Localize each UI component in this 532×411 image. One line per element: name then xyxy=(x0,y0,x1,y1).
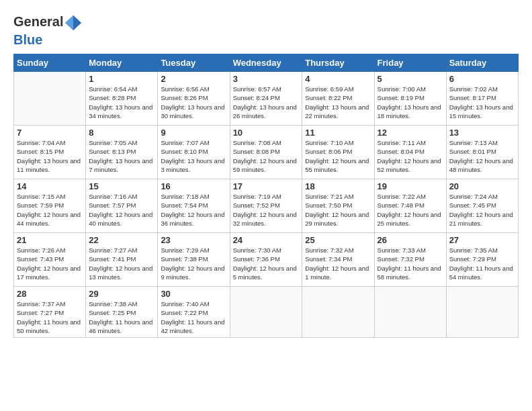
calendar-cell: 5Sunrise: 7:00 AMSunset: 8:19 PMDaylight… xyxy=(374,72,446,126)
day-info: Sunrise: 7:05 AMSunset: 8:13 PMDaylight:… xyxy=(89,138,154,174)
calendar-cell: 23Sunrise: 7:29 AMSunset: 7:38 PMDayligh… xyxy=(158,233,230,287)
week-row: 28Sunrise: 7:37 AMSunset: 7:27 PMDayligh… xyxy=(14,287,519,338)
calendar-cell: 26Sunrise: 7:33 AMSunset: 7:32 PMDayligh… xyxy=(374,233,446,287)
logo-blue: Blue xyxy=(13,32,83,47)
calendar-cell: 29Sunrise: 7:38 AMSunset: 7:25 PMDayligh… xyxy=(86,287,158,338)
day-info: Sunrise: 7:32 AMSunset: 7:34 PMDaylight:… xyxy=(305,246,371,281)
day-info: Sunrise: 7:30 AMSunset: 7:36 PMDaylight:… xyxy=(233,246,300,281)
logo-general: General xyxy=(13,14,63,29)
day-number: 5 xyxy=(378,74,443,84)
day-number: 11 xyxy=(305,128,371,138)
day-info: Sunrise: 6:54 AMSunset: 8:28 PMDaylight:… xyxy=(89,85,154,120)
day-number: 12 xyxy=(378,128,443,138)
calendar-cell: 24Sunrise: 7:30 AMSunset: 7:36 PMDayligh… xyxy=(230,233,302,287)
day-info: Sunrise: 7:18 AMSunset: 7:54 PMDaylight:… xyxy=(161,192,226,228)
day-info: Sunrise: 7:38 AMSunset: 7:25 PMDaylight:… xyxy=(89,300,154,335)
day-number: 19 xyxy=(378,181,443,191)
calendar-cell: 15Sunrise: 7:16 AMSunset: 7:57 PMDayligh… xyxy=(86,179,158,233)
week-row: 14Sunrise: 7:15 AMSunset: 7:59 PMDayligh… xyxy=(14,179,519,233)
calendar-cell xyxy=(302,287,374,338)
day-number: 18 xyxy=(305,181,371,191)
calendar-cell xyxy=(14,72,86,126)
day-info: Sunrise: 6:56 AMSunset: 8:26 PMDaylight:… xyxy=(161,85,226,120)
calendar-cell: 9Sunrise: 7:07 AMSunset: 8:10 PMDaylight… xyxy=(158,126,230,179)
calendar-cell: 8Sunrise: 7:05 AMSunset: 8:13 PMDaylight… xyxy=(86,126,158,179)
day-info: Sunrise: 7:08 AMSunset: 8:08 PMDaylight:… xyxy=(233,138,300,174)
day-number: 9 xyxy=(161,128,226,138)
day-info: Sunrise: 7:10 AMSunset: 8:06 PMDaylight:… xyxy=(305,138,371,174)
day-number: 30 xyxy=(161,289,226,299)
day-number: 25 xyxy=(305,235,371,245)
logo: General Blue xyxy=(13,13,83,47)
day-number: 1 xyxy=(89,74,154,84)
day-info: Sunrise: 7:40 AMSunset: 7:22 PMDaylight:… xyxy=(161,300,226,335)
day-number: 13 xyxy=(449,128,515,138)
day-number: 20 xyxy=(449,181,515,191)
day-info: Sunrise: 6:59 AMSunset: 8:22 PMDaylight:… xyxy=(305,85,371,120)
day-number: 10 xyxy=(233,128,300,138)
svg-marker-0 xyxy=(73,15,81,30)
day-info: Sunrise: 6:57 AMSunset: 8:24 PMDaylight:… xyxy=(233,85,300,120)
week-row: 7Sunrise: 7:04 AMSunset: 8:15 PMDaylight… xyxy=(14,126,519,179)
calendar-cell: 10Sunrise: 7:08 AMSunset: 8:08 PMDayligh… xyxy=(230,126,302,179)
weekday-header: Saturday xyxy=(446,54,518,72)
day-number: 21 xyxy=(17,235,83,245)
day-info: Sunrise: 7:24 AMSunset: 7:45 PMDaylight:… xyxy=(449,192,515,228)
day-info: Sunrise: 7:21 AMSunset: 7:50 PMDaylight:… xyxy=(305,192,371,228)
day-info: Sunrise: 7:02 AMSunset: 8:17 PMDaylight:… xyxy=(449,85,515,120)
calendar-cell: 21Sunrise: 7:26 AMSunset: 7:43 PMDayligh… xyxy=(14,233,86,287)
calendar-cell: 4Sunrise: 6:59 AMSunset: 8:22 PMDaylight… xyxy=(302,72,374,126)
calendar-cell: 25Sunrise: 7:32 AMSunset: 7:34 PMDayligh… xyxy=(302,233,374,287)
calendar-cell: 1Sunrise: 6:54 AMSunset: 8:28 PMDaylight… xyxy=(86,72,158,126)
day-info: Sunrise: 7:27 AMSunset: 7:41 PMDaylight:… xyxy=(89,246,154,281)
week-row: 21Sunrise: 7:26 AMSunset: 7:43 PMDayligh… xyxy=(14,233,519,287)
day-info: Sunrise: 7:15 AMSunset: 7:59 PMDaylight:… xyxy=(17,192,83,228)
calendar-cell: 20Sunrise: 7:24 AMSunset: 7:45 PMDayligh… xyxy=(446,179,518,233)
weekday-header: Tuesday xyxy=(158,54,230,72)
day-number: 27 xyxy=(449,235,515,245)
day-number: 17 xyxy=(233,181,300,191)
calendar-cell: 13Sunrise: 7:13 AMSunset: 8:01 PMDayligh… xyxy=(446,126,518,179)
day-info: Sunrise: 7:07 AMSunset: 8:10 PMDaylight:… xyxy=(161,138,226,174)
calendar-page: General Blue SundayMondayTuesdayWednesda… xyxy=(0,0,532,411)
day-info: Sunrise: 7:04 AMSunset: 8:15 PMDaylight:… xyxy=(17,138,83,174)
calendar-cell: 2Sunrise: 6:56 AMSunset: 8:26 PMDaylight… xyxy=(158,72,230,126)
weekday-header-row: SundayMondayTuesdayWednesdayThursdayFrid… xyxy=(14,54,519,72)
day-number: 14 xyxy=(17,181,83,191)
day-number: 2 xyxy=(161,74,226,84)
weekday-header: Monday xyxy=(86,54,158,72)
day-number: 3 xyxy=(233,74,300,84)
weekday-header: Friday xyxy=(374,54,446,72)
day-number: 26 xyxy=(378,235,443,245)
day-info: Sunrise: 7:19 AMSunset: 7:52 PMDaylight:… xyxy=(233,192,300,228)
calendar-cell: 30Sunrise: 7:40 AMSunset: 7:22 PMDayligh… xyxy=(158,287,230,338)
calendar-cell xyxy=(230,287,302,338)
day-number: 15 xyxy=(89,181,154,191)
calendar-cell xyxy=(446,287,518,338)
day-info: Sunrise: 7:00 AMSunset: 8:19 PMDaylight:… xyxy=(378,85,443,120)
day-number: 23 xyxy=(161,235,226,245)
calendar-cell: 6Sunrise: 7:02 AMSunset: 8:17 PMDaylight… xyxy=(446,72,518,126)
weekday-header: Thursday xyxy=(302,54,374,72)
calendar-cell: 14Sunrise: 7:15 AMSunset: 7:59 PMDayligh… xyxy=(14,179,86,233)
day-number: 7 xyxy=(17,128,83,138)
calendar-cell: 19Sunrise: 7:22 AMSunset: 7:48 PMDayligh… xyxy=(374,179,446,233)
day-info: Sunrise: 7:22 AMSunset: 7:48 PMDaylight:… xyxy=(378,192,443,228)
day-info: Sunrise: 7:29 AMSunset: 7:38 PMDaylight:… xyxy=(161,246,226,281)
calendar-cell: 11Sunrise: 7:10 AMSunset: 8:06 PMDayligh… xyxy=(302,126,374,179)
day-number: 16 xyxy=(161,181,226,191)
calendar-cell: 22Sunrise: 7:27 AMSunset: 7:41 PMDayligh… xyxy=(86,233,158,287)
calendar-cell: 16Sunrise: 7:18 AMSunset: 7:54 PMDayligh… xyxy=(158,179,230,233)
day-info: Sunrise: 7:37 AMSunset: 7:27 PMDaylight:… xyxy=(17,300,83,335)
day-info: Sunrise: 7:13 AMSunset: 8:01 PMDaylight:… xyxy=(449,138,515,174)
day-number: 4 xyxy=(305,74,371,84)
day-number: 24 xyxy=(233,235,300,245)
day-number: 29 xyxy=(89,289,154,299)
day-number: 28 xyxy=(17,289,83,299)
calendar-cell: 27Sunrise: 7:35 AMSunset: 7:29 PMDayligh… xyxy=(446,233,518,287)
day-info: Sunrise: 7:26 AMSunset: 7:43 PMDaylight:… xyxy=(17,246,83,281)
svg-marker-1 xyxy=(65,15,73,30)
day-number: 22 xyxy=(89,235,154,245)
calendar-cell: 12Sunrise: 7:11 AMSunset: 8:04 PMDayligh… xyxy=(374,126,446,179)
calendar-cell xyxy=(374,287,446,338)
